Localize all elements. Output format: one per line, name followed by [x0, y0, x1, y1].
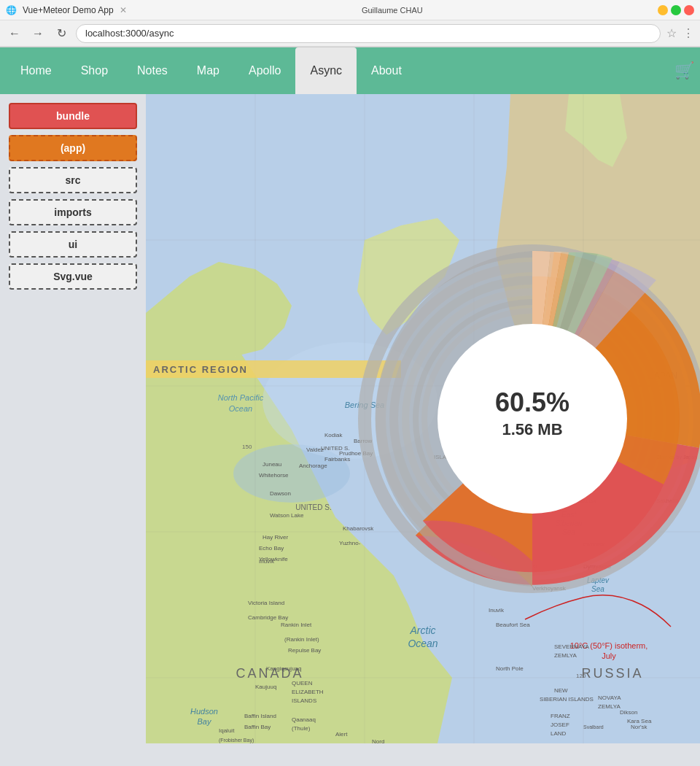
svg-text:Repulse Bay: Repulse Bay: [288, 647, 321, 654]
app-container: Home Shop Notes Map Apollo Async About 🛒…: [0, 47, 700, 743]
svg-text:QUEEN: QUEEN: [292, 680, 313, 686]
svg-text:Fairbanks: Fairbanks: [324, 456, 350, 463]
svg-text:Nord: Nord: [372, 738, 384, 743]
svg-text:1.56 MB: 1.56 MB: [502, 420, 562, 438]
svg-text:Kara Sea: Kara Sea: [627, 718, 652, 724]
nav-shop[interactable]: Shop: [66, 47, 122, 94]
svg-text:(Thule): (Thule): [292, 725, 311, 732]
svg-text:Arctic: Arctic: [410, 624, 436, 636]
close-tab-icon[interactable]: ✕: [120, 5, 127, 15]
sidebar-src[interactable]: src: [9, 167, 137, 193]
svg-text:Bay: Bay: [198, 717, 212, 726]
svg-text:Hudson: Hudson: [190, 707, 218, 716]
main-layout: bundle (app) src imports ui Svg.vue: [0, 94, 700, 743]
svg-text:Kaujuuq: Kaujuuq: [255, 684, 276, 690]
svg-text:LAND: LAND: [551, 730, 567, 737]
svg-text:July: July: [602, 651, 616, 660]
svg-text:Cambridge Bay: Cambridge Bay: [248, 614, 288, 621]
nav-bar: Home Shop Notes Map Apollo Async About 🛒: [0, 47, 700, 94]
svg-text:North Pole: North Pole: [496, 665, 524, 672]
svg-text:Svalbard: Svalbard: [583, 724, 604, 730]
svg-text:Inuvik: Inuvik: [259, 558, 275, 565]
page-favicon: 🌐: [6, 5, 17, 15]
chart-container: 60.5% 1.56 MB: [350, 236, 700, 601]
reload-button[interactable]: ↻: [52, 25, 70, 42]
sidebar-app[interactable]: (app): [9, 135, 137, 161]
maximize-button[interactable]: [671, 5, 681, 15]
tab-title: Vue+Meteor Demo App: [23, 5, 114, 15]
svg-text:Dikson: Dikson: [620, 709, 637, 716]
svg-text:Juneau: Juneau: [262, 461, 281, 468]
svg-text:Echo Bay: Echo Bay: [259, 545, 284, 552]
svg-text:Beaufort Sea: Beaufort Sea: [496, 622, 530, 628]
svg-text:UNITED S.: UNITED S.: [295, 503, 331, 511]
sidebar-bundle[interactable]: bundle: [9, 103, 137, 129]
svg-text:Baffin Island: Baffin Island: [244, 713, 276, 719]
close-button[interactable]: [684, 5, 694, 15]
svg-text:SEVERNAYA: SEVERNAYA: [554, 643, 589, 650]
window-controls: [658, 5, 694, 15]
user-info: Guillaume CHAU: [362, 6, 423, 15]
nav-async[interactable]: Async: [295, 47, 357, 94]
svg-text:(Rankin Inlet): (Rankin Inlet): [284, 636, 319, 643]
svg-text:NOVAYA: NOVAYA: [598, 695, 621, 701]
sidebar: bundle (app) src imports ui Svg.vue: [0, 94, 146, 743]
svg-text:ISLANDS: ISLANDS: [292, 697, 316, 704]
svg-text:Baffin Bay: Baffin Bay: [244, 724, 271, 730]
nav-notes[interactable]: Notes: [122, 47, 182, 94]
bookmark-icon[interactable]: ☆: [666, 26, 677, 40]
address-input[interactable]: [76, 24, 661, 43]
svg-text:Watson Lake: Watson Lake: [270, 512, 304, 519]
svg-text:120: 120: [576, 673, 586, 679]
svg-text:North Pacific: North Pacific: [218, 393, 264, 402]
window-chrome: 🌐 Vue+Meteor Demo App ✕ Guillaume CHAU ←…: [0, 0, 700, 47]
svg-text:Kodiak: Kodiak: [324, 432, 343, 438]
minimize-button[interactable]: [658, 5, 668, 15]
cart-icon[interactable]: 🛒: [674, 61, 694, 80]
address-bar-row: ← → ↻ ☆ ⋮: [0, 20, 700, 47]
sidebar-svg-vue[interactable]: Svg.vue: [9, 263, 137, 290]
svg-point-99: [438, 324, 627, 514]
svg-text:(Frobisher Bay): (Frobisher Bay): [219, 738, 254, 743]
svg-text:Whitehorse: Whitehorse: [259, 472, 289, 479]
svg-text:Hay River: Hay River: [262, 534, 288, 541]
svg-text:Rankin Inlet: Rankin Inlet: [281, 622, 312, 628]
svg-text:SIBERIAN ISLANDS: SIBERIAN ISLANDS: [540, 696, 594, 703]
svg-text:Victoria Island: Victoria Island: [248, 600, 284, 606]
svg-text:FRANZ: FRANZ: [551, 713, 570, 719]
nav-map[interactable]: Map: [182, 47, 234, 94]
svg-text:Inuvik: Inuvik: [489, 607, 505, 614]
svg-text:60.5%: 60.5%: [495, 387, 569, 417]
svg-text:NEW: NEW: [554, 687, 568, 694]
svg-text:RUSSIA: RUSSIA: [581, 666, 643, 681]
content-area: North Pacific Ocean Bering Sea East Sibe…: [146, 94, 700, 743]
nav-apollo[interactable]: Apollo: [234, 47, 295, 94]
svg-text:Iqaluit: Iqaluit: [219, 727, 235, 734]
title-bar-left: 🌐 Vue+Meteor Demo App ✕: [6, 5, 127, 15]
svg-text:Qaanaaq: Qaanaaq: [292, 716, 316, 723]
svg-text:ZEMLYA: ZEMLYA: [598, 703, 621, 710]
svg-text:150: 150: [242, 444, 252, 450]
svg-text:Dawson: Dawson: [270, 490, 291, 497]
sidebar-ui[interactable]: ui: [9, 231, 137, 258]
svg-text:Nor'sk: Nor'sk: [631, 724, 648, 730]
svg-text:Alert: Alert: [335, 731, 348, 738]
svg-text:Anchorage: Anchorage: [299, 463, 327, 469]
svg-text:ELIZABETH: ELIZABETH: [292, 689, 324, 695]
svg-text:ARCTIC REGION: ARCTIC REGION: [153, 364, 248, 375]
nav-about[interactable]: About: [357, 47, 416, 94]
svg-text:ZEMLYA: ZEMLYA: [554, 652, 577, 659]
back-button[interactable]: ←: [6, 25, 23, 42]
chart-svg: 60.5% 1.56 MB: [350, 236, 700, 601]
menu-icon[interactable]: ⋮: [682, 26, 694, 40]
svg-text:Kangiqsujuaq: Kangiqsujuaq: [266, 665, 301, 672]
svg-text:JOSEF: JOSEF: [551, 721, 569, 728]
svg-text:Ocean: Ocean: [408, 638, 438, 649]
title-bar: 🌐 Vue+Meteor Demo App ✕ Guillaume CHAU: [0, 0, 700, 20]
svg-text:Ocean: Ocean: [229, 404, 252, 413]
forward-button[interactable]: →: [29, 25, 47, 42]
sidebar-imports[interactable]: imports: [9, 199, 137, 225]
nav-home[interactable]: Home: [6, 47, 66, 94]
